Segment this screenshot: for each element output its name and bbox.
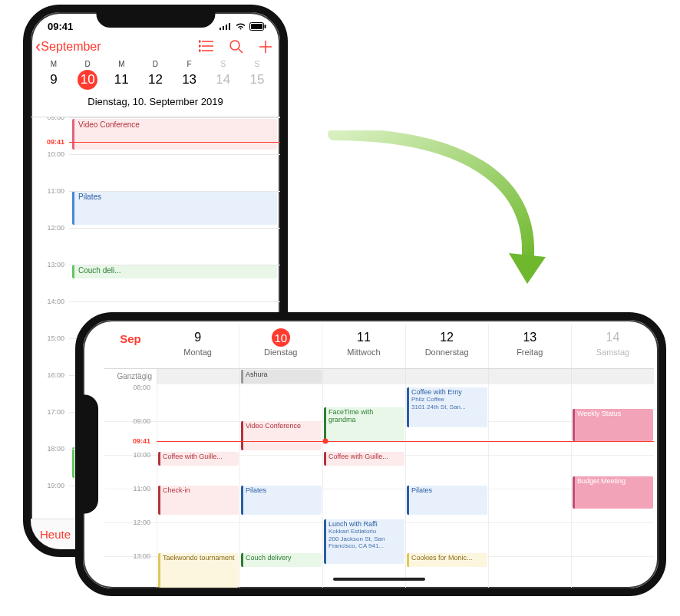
svg-point-11	[199, 45, 200, 47]
allday-label: Ganztägig	[104, 369, 157, 384]
dow-label: M	[38, 60, 69, 68]
week-header: MDMDFSS 9101112131415 Dienstag, 10. Sept…	[31, 57, 280, 117]
date-cell[interactable]: 14	[208, 68, 239, 91]
dow-row: MDMDFSS	[35, 60, 276, 68]
event-video-conference[interactable]: Video Conference	[241, 421, 322, 450]
svg-point-13	[230, 41, 239, 50]
list-icon[interactable]	[199, 40, 214, 52]
week-header: Sep 9Montag10Dienstag11Mittwoch12Donners…	[104, 324, 654, 369]
dow-label: D	[140, 60, 170, 68]
event-pilates[interactable]: Pilates	[72, 191, 277, 225]
svg-rect-6	[265, 25, 266, 28]
hour-label: 17:00	[35, 408, 64, 416]
hour-label: 15:00	[35, 334, 64, 342]
event-pilates-thu[interactable]: Pilates	[407, 486, 487, 515]
svg-rect-1	[223, 26, 224, 30]
col-fri[interactable]	[488, 384, 571, 588]
hour-label: 08:00	[133, 384, 150, 391]
now-line	[69, 142, 280, 143]
svg-point-12	[199, 50, 200, 51]
day-header[interactable]: 10Dienstag	[239, 324, 322, 368]
status-time: 09:41	[48, 21, 73, 32]
status-icons	[220, 22, 266, 31]
col-tue[interactable]: Video Conference Pilates Couch delivery	[239, 384, 322, 588]
today-button[interactable]: Heute	[40, 528, 71, 541]
dow-label: M	[106, 60, 137, 68]
date-cell[interactable]: 10	[72, 68, 103, 91]
nav-bar: ‹ September	[31, 35, 280, 57]
home-indicator[interactable]	[333, 578, 425, 581]
hour-label: 13:00	[35, 261, 64, 268]
event-coffee-erny[interactable]: Coffee with Erny Philz Coffee 3101 24th …	[407, 387, 487, 427]
back-label: September	[41, 40, 101, 54]
hour-label: 19:00	[35, 482, 64, 489]
battery-icon	[249, 22, 266, 31]
event-budget-meeting[interactable]: Budget Meeting	[573, 476, 653, 509]
svg-point-10	[199, 41, 200, 42]
date-cell[interactable]: 15	[242, 68, 272, 91]
hour-label: 10:00	[133, 451, 150, 459]
day-title: Dienstag, 10. September 2019	[35, 91, 276, 114]
hour-label: 11:00	[35, 187, 64, 195]
col-thu[interactable]: Coffee with Erny Philz Coffee 3101 24th …	[405, 384, 488, 588]
event-checkin[interactable]: Check-in	[158, 486, 239, 515]
event-couch-delivery[interactable]: Couch delivery	[241, 553, 322, 567]
signal-icon	[220, 22, 232, 30]
hour-label: 09:00	[35, 117, 64, 121]
svg-rect-0	[220, 28, 221, 30]
hour-label: 11:00	[133, 485, 150, 492]
back-button[interactable]: ‹ September	[35, 38, 101, 55]
day-header[interactable]: 9Montag	[157, 324, 239, 368]
day-header[interactable]: 12Donnerstag	[405, 324, 488, 368]
event-facetime[interactable]: FaceTime with grandma	[324, 407, 404, 442]
month-button[interactable]: Sep	[104, 324, 157, 368]
hour-label: 14:00	[35, 298, 64, 305]
chevron-left-icon: ‹	[35, 38, 41, 55]
event-taekwondo[interactable]: Taekwondo tournament	[158, 553, 239, 588]
col-mon[interactable]: Coffee with Guille... Check-in Taekwondo…	[157, 384, 239, 588]
day-header[interactable]: 14Samstag	[571, 324, 654, 368]
rotate-arrow	[303, 130, 556, 315]
hour-label: 12:00	[35, 224, 64, 232]
now-label: 09:41	[133, 437, 150, 445]
search-icon[interactable]	[229, 40, 243, 54]
allday-row: Ganztägig Ashura	[104, 369, 654, 384]
event-cookies[interactable]: Cookies for Monic...	[407, 553, 487, 567]
notch	[96, 11, 215, 28]
hour-label: 13:00	[133, 552, 150, 560]
event-video-conference[interactable]: Video Conference	[72, 119, 277, 150]
add-icon[interactable]	[259, 40, 272, 54]
svg-marker-17	[509, 253, 546, 284]
hour-label: 09:00	[133, 417, 150, 425]
day-header[interactable]: 13Freitag	[488, 324, 571, 368]
day-header[interactable]: 11Mittwoch	[322, 324, 404, 368]
event-coffee-guille[interactable]: Coffee with Guille...	[158, 452, 239, 466]
now-dot	[323, 439, 328, 444]
col-wed[interactable]: FaceTime with grandma Coffee with Guille…	[322, 384, 405, 588]
date-cell[interactable]: 11	[106, 68, 137, 91]
svg-rect-5	[251, 24, 262, 29]
hour-label: 12:00	[133, 519, 150, 526]
svg-line-14	[239, 49, 243, 53]
now-line	[157, 441, 654, 442]
hour-label: 18:00	[35, 445, 64, 453]
week-grid[interactable]: 08:0009:0010:0011:0012:0013:0009:41 Coff…	[104, 384, 654, 588]
event-pilates[interactable]: Pilates	[241, 486, 322, 515]
date-cell[interactable]: 13	[174, 68, 205, 91]
date-row: 9101112131415	[35, 68, 276, 91]
event-coffee-guille-2[interactable]: Coffee with Guille...	[324, 452, 404, 466]
svg-rect-2	[226, 25, 227, 30]
date-cell[interactable]: 9	[38, 68, 69, 91]
event-weekly-status[interactable]: Weekly Status	[573, 409, 653, 441]
date-cell[interactable]: 12	[140, 68, 170, 91]
dow-label: F	[174, 60, 205, 68]
event-couch-delivery[interactable]: Couch deli...	[72, 265, 277, 278]
event-lunch-raffi[interactable]: Lunch with Raffi Kokkari Estiatorio 200 …	[324, 519, 404, 564]
event-ashura[interactable]: Ashura	[241, 370, 322, 384]
dow-label: S	[242, 60, 272, 68]
now-label: 09:41	[35, 138, 64, 146]
notch	[81, 395, 98, 514]
landscape-phone: Sep 9Montag10Dienstag11Mittwoch12Donners…	[75, 312, 666, 596]
col-sat[interactable]: Weekly Status Budget Meeting	[571, 384, 654, 588]
wifi-icon	[235, 22, 246, 31]
